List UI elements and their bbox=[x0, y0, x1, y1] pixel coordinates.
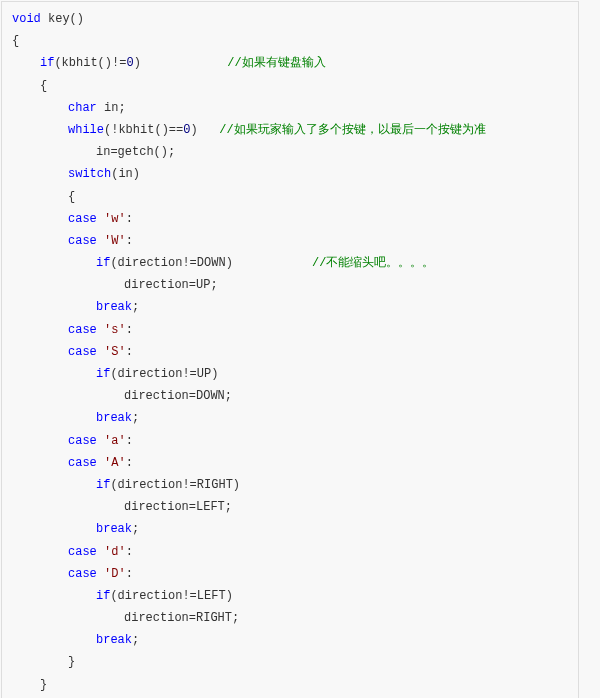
code-line: switch(in) bbox=[12, 163, 568, 185]
code-line: } bbox=[12, 651, 568, 673]
keyword: case bbox=[68, 456, 97, 470]
code-line: case 'w': bbox=[12, 208, 568, 230]
code-line: case 'D': bbox=[12, 563, 568, 585]
keyword: case bbox=[68, 434, 97, 448]
code-text: in=getch(); bbox=[96, 145, 175, 159]
code-line: case 's': bbox=[12, 319, 568, 341]
code-text: (direction!=DOWN) bbox=[110, 256, 312, 270]
code-line: direction=RIGHT; bbox=[12, 607, 568, 629]
code-text: (kbhit()!= bbox=[54, 56, 126, 70]
keyword: case bbox=[68, 545, 97, 559]
code-line: while(!kbhit()==0) //如果玩家输入了多个按键，以最后一个按键… bbox=[12, 119, 568, 141]
code-text: ; bbox=[132, 633, 139, 647]
code-line: direction=UP; bbox=[12, 274, 568, 296]
code-text: ) bbox=[190, 123, 219, 137]
string: 's' bbox=[104, 323, 126, 337]
keyword: break bbox=[96, 522, 132, 536]
code-line: case 'W': bbox=[12, 230, 568, 252]
code-line: if(direction!=LEFT) bbox=[12, 585, 568, 607]
code-text: { bbox=[68, 190, 75, 204]
keyword: if bbox=[96, 478, 110, 492]
keyword: while bbox=[68, 123, 104, 137]
keyword: break bbox=[96, 300, 132, 314]
keyword: case bbox=[68, 345, 97, 359]
code-text: : bbox=[126, 323, 133, 337]
code-text: (direction!=RIGHT) bbox=[110, 478, 240, 492]
string: 'd' bbox=[104, 545, 126, 559]
code-text: ; bbox=[132, 522, 139, 536]
code-text: (in) bbox=[111, 167, 140, 181]
code-line: case 'S': bbox=[12, 341, 568, 363]
code-text: } bbox=[68, 655, 75, 669]
code-text: { bbox=[12, 34, 19, 48]
code-text: : bbox=[126, 212, 133, 226]
keyword: break bbox=[96, 411, 132, 425]
code-text: : bbox=[126, 434, 133, 448]
keyword: case bbox=[68, 323, 97, 337]
code-text bbox=[97, 434, 104, 448]
comment: //如果有键盘输入 bbox=[227, 56, 325, 70]
string: 'D' bbox=[104, 567, 126, 581]
code-text bbox=[97, 234, 104, 248]
number: 0 bbox=[126, 56, 133, 70]
code-text: : bbox=[126, 345, 133, 359]
code-line: direction=DOWN; bbox=[12, 385, 568, 407]
code-line: break; bbox=[12, 407, 568, 429]
code-text bbox=[97, 567, 104, 581]
keyword: case bbox=[68, 567, 97, 581]
code-text: direction=DOWN; bbox=[124, 389, 232, 403]
keyword: if bbox=[96, 589, 110, 603]
code-text: : bbox=[126, 545, 133, 559]
comment: //不能缩头吧。。。。 bbox=[312, 256, 434, 270]
keyword: case bbox=[68, 212, 97, 226]
keyword: break bbox=[96, 633, 132, 647]
code-line: if(direction!=RIGHT) bbox=[12, 474, 568, 496]
code-line: { bbox=[12, 186, 568, 208]
code-text: (direction!=LEFT) bbox=[110, 589, 232, 603]
code-line: if(kbhit()!=0) //如果有键盘输入 bbox=[12, 52, 568, 74]
keyword: switch bbox=[68, 167, 111, 181]
string: 'A' bbox=[104, 456, 126, 470]
code-text: (!kbhit()== bbox=[104, 123, 183, 137]
comment: //如果玩家输入了多个按键，以最后一个按键为准 bbox=[219, 123, 485, 137]
keyword: char bbox=[68, 101, 97, 115]
code-line: case 'a': bbox=[12, 430, 568, 452]
code-text: ; bbox=[132, 300, 139, 314]
code-line: { bbox=[12, 75, 568, 97]
code-text: : bbox=[126, 567, 133, 581]
code-text: } bbox=[40, 678, 47, 692]
code-text: { bbox=[40, 79, 47, 93]
code-text bbox=[97, 212, 104, 226]
code-text: in; bbox=[97, 101, 126, 115]
code-text bbox=[97, 456, 104, 470]
code-text: direction=LEFT; bbox=[124, 500, 232, 514]
string: 'a' bbox=[104, 434, 126, 448]
code-line: char in; bbox=[12, 97, 568, 119]
code-line: break; bbox=[12, 629, 568, 651]
keyword: case bbox=[68, 234, 97, 248]
code-text: direction=UP; bbox=[124, 278, 218, 292]
code-text: ; bbox=[132, 411, 139, 425]
code-line: if(direction!=UP) bbox=[12, 363, 568, 385]
code-line: break; bbox=[12, 296, 568, 318]
code-text: direction=RIGHT; bbox=[124, 611, 239, 625]
code-line: case 'A': bbox=[12, 452, 568, 474]
code-text: : bbox=[126, 234, 133, 248]
code-text: key() bbox=[41, 12, 84, 26]
code-text: ) bbox=[134, 56, 228, 70]
code-text: (direction!=UP) bbox=[110, 367, 218, 381]
keyword: void bbox=[12, 12, 41, 26]
code-text: : bbox=[126, 456, 133, 470]
code-line: in=getch(); bbox=[12, 141, 568, 163]
string: 'W' bbox=[104, 234, 126, 248]
string: 'w' bbox=[104, 212, 126, 226]
keyword: if bbox=[40, 56, 54, 70]
code-line: break; bbox=[12, 518, 568, 540]
code-block: void key() { if(kbhit()!=0) //如果有键盘输入 { … bbox=[1, 1, 579, 698]
code-line: void key() bbox=[12, 8, 568, 30]
code-line: direction=LEFT; bbox=[12, 496, 568, 518]
code-line: { bbox=[12, 30, 568, 52]
keyword: if bbox=[96, 367, 110, 381]
code-text bbox=[97, 545, 104, 559]
code-line: case 'd': bbox=[12, 541, 568, 563]
